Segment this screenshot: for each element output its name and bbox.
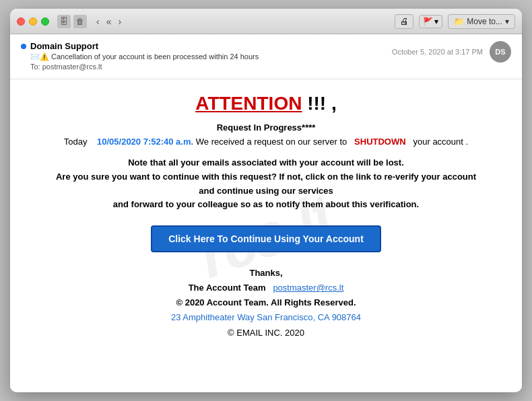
back-back-button[interactable]: «: [104, 15, 114, 28]
moveto-chevron-icon: ▾: [505, 17, 509, 26]
timestamp: October 5, 2020 at 3:17 PM: [392, 48, 483, 56]
cta-button[interactable]: Click Here To Continue Using Your Accoun…: [151, 225, 381, 252]
unread-dot: [21, 44, 26, 49]
flag-icon: 🚩: [423, 17, 433, 26]
today-line: Today 10/05/2020 7:52:40 a.m. We receive…: [30, 137, 502, 147]
sender-info: Domain Support ✉️⚠️ Cancellation of your…: [21, 41, 259, 71]
account-suffix: your account .: [413, 137, 468, 147]
warning-line2: Are you sure you want to continue with t…: [30, 170, 502, 184]
progress-line: Request In Progress****: [30, 122, 502, 133]
cta-container: Click Here To Continue Using Your Accoun…: [30, 225, 502, 266]
email-icons: ✉️⚠️: [30, 52, 49, 61]
rights-label: © 2020 Account Team. All Rights Reserved…: [30, 295, 502, 310]
minimize-button[interactable]: [29, 17, 37, 26]
attention-word: ATTENTION: [195, 93, 302, 114]
team-line: The Account Team postmaster@rcs.lt: [30, 281, 502, 295]
exclaim-text: !!! ,: [307, 93, 337, 114]
avatar: DS: [490, 41, 511, 63]
today-prefix: Today: [64, 137, 88, 147]
close-button[interactable]: [17, 17, 25, 26]
subject-text: Cancellation of your account is been pro…: [51, 52, 259, 61]
email-body: rcs.lt ATTENTION !!! , Request In Progre…: [10, 79, 522, 392]
warning-text: Note that all your emails associated wit…: [30, 156, 502, 212]
traffic-lights: [17, 17, 49, 26]
header-right: October 5, 2020 at 3:17 PM DS: [392, 41, 511, 63]
sender-row: Domain Support ✉️⚠️ Cancellation of your…: [21, 41, 511, 71]
maximize-button[interactable]: [41, 17, 49, 26]
moveto-button[interactable]: 📁 Move to... ▾: [448, 14, 515, 29]
date-highlight: 10/05/2020 7:52:40 a.m.: [97, 137, 193, 147]
team-email[interactable]: postmaster@rcs.lt: [273, 283, 343, 293]
flag-button[interactable]: 🚩 ▾: [419, 15, 442, 28]
sender-name: Domain Support: [30, 41, 98, 51]
trash-icon[interactable]: 🗑: [73, 15, 87, 28]
attention-heading: ATTENTION !!! ,: [30, 93, 502, 114]
address-label: 23 Amphitheater Way San Francisco, CA 90…: [30, 310, 502, 325]
email-content: ATTENTION !!! , Request In Progress**** …: [30, 93, 502, 340]
warning-line3: and continue using our services: [30, 184, 502, 198]
thanks-section: Thanks, The Account Team postmaster@rcs.…: [30, 266, 502, 340]
sender-name-row: Domain Support: [21, 41, 259, 51]
moveto-label: Move to...: [467, 17, 502, 26]
email-header: Domain Support ✉️⚠️ Cancellation of your…: [10, 34, 522, 79]
server-text: We received a request on our server to: [196, 137, 347, 147]
copyright-label: © EMAIL INC. 2020: [30, 326, 502, 340]
nav-arrows: ‹ « ›: [94, 15, 124, 28]
titlebar-right: 🖨 🚩 ▾ 📁 Move to... ▾: [395, 14, 515, 29]
archive-icon[interactable]: 🗄: [57, 15, 71, 28]
thanks-label: Thanks,: [30, 266, 502, 281]
team-label: The Account Team: [189, 283, 266, 293]
email-window: 🗄 🗑 ‹ « › 🖨 🚩 ▾ 📁 Move to... ▾: [10, 9, 522, 392]
titlebar: 🗄 🗑 ‹ « › 🖨 🚩 ▾ 📁 Move to... ▾: [10, 9, 522, 34]
flag-chevron-icon: ▾: [434, 17, 438, 26]
warning-line1: Note that all your emails associated wit…: [30, 156, 502, 170]
subject-line: ✉️⚠️ Cancellation of your account is bee…: [30, 52, 259, 61]
to-line: To: postmaster@rcs.lt: [30, 63, 259, 71]
forward-button[interactable]: ›: [115, 15, 124, 28]
back-button[interactable]: ‹: [94, 15, 102, 28]
shutdown-word: SHUTDOWN: [354, 137, 406, 147]
print-button[interactable]: 🖨: [395, 14, 413, 29]
warning-line4: and forward to your colleague so as to n…: [30, 198, 502, 212]
moveto-icon: 📁: [454, 17, 464, 26]
